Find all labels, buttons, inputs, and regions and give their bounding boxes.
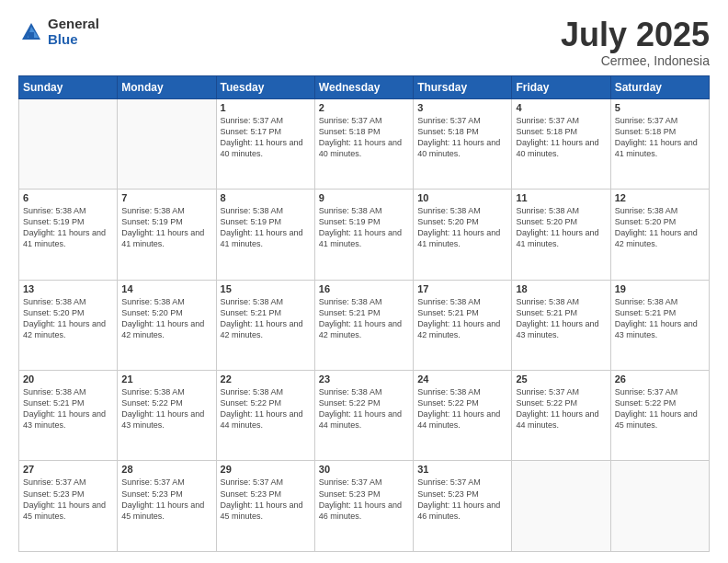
calendar-cell: 25Sunrise: 5:37 AMSunset: 5:22 PMDayligh… <box>512 371 610 461</box>
day-number: 22 <box>221 373 311 385</box>
title-block: July 2025 Cermee, Indonesia <box>561 17 710 68</box>
day-detail: Sunrise: 5:37 AMSunset: 5:18 PMDaylight:… <box>319 115 409 160</box>
day-detail: Sunrise: 5:37 AMSunset: 5:18 PMDaylight:… <box>615 115 705 160</box>
calendar-cell: 17Sunrise: 5:38 AMSunset: 5:21 PMDayligh… <box>414 280 512 370</box>
day-detail: Sunrise: 5:38 AMSunset: 5:22 PMDaylight:… <box>221 386 311 431</box>
calendar-cell: 6Sunrise: 5:38 AMSunset: 5:19 PMDaylight… <box>19 190 118 280</box>
day-number: 6 <box>23 192 113 203</box>
calendar-cell: 16Sunrise: 5:38 AMSunset: 5:21 PMDayligh… <box>314 280 413 370</box>
calendar-cell: 29Sunrise: 5:37 AMSunset: 5:23 PMDayligh… <box>216 461 314 552</box>
day-detail: Sunrise: 5:37 AMSunset: 5:22 PMDaylight:… <box>516 386 606 431</box>
day-detail: Sunrise: 5:38 AMSunset: 5:20 PMDaylight:… <box>121 296 211 341</box>
logo-icon <box>18 19 44 45</box>
day-number: 15 <box>221 283 311 294</box>
logo-blue: Blue <box>48 32 99 48</box>
day-detail: Sunrise: 5:38 AMSunset: 5:21 PMDaylight:… <box>319 296 409 341</box>
calendar-cell: 18Sunrise: 5:38 AMSunset: 5:21 PMDayligh… <box>512 280 610 370</box>
calendar-cell: 26Sunrise: 5:37 AMSunset: 5:22 PMDayligh… <box>610 371 709 461</box>
day-detail: Sunrise: 5:38 AMSunset: 5:21 PMDaylight:… <box>221 296 311 341</box>
day-number: 9 <box>319 192 409 203</box>
calendar-week-row: 6Sunrise: 5:38 AMSunset: 5:19 PMDaylight… <box>19 190 710 280</box>
day-detail: Sunrise: 5:37 AMSunset: 5:23 PMDaylight:… <box>319 477 409 522</box>
calendar-cell <box>610 461 709 552</box>
calendar-cell: 27Sunrise: 5:37 AMSunset: 5:23 PMDayligh… <box>19 461 118 552</box>
calendar-week-row: 20Sunrise: 5:38 AMSunset: 5:21 PMDayligh… <box>19 371 710 461</box>
calendar-week-row: 13Sunrise: 5:38 AMSunset: 5:20 PMDayligh… <box>19 280 710 370</box>
calendar-cell: 3Sunrise: 5:37 AMSunset: 5:18 PMDaylight… <box>414 98 512 189</box>
day-number: 4 <box>516 102 606 113</box>
day-detail: Sunrise: 5:38 AMSunset: 5:22 PMDaylight:… <box>319 386 409 431</box>
calendar-cell: 20Sunrise: 5:38 AMSunset: 5:21 PMDayligh… <box>19 371 118 461</box>
day-detail: Sunrise: 5:38 AMSunset: 5:20 PMDaylight:… <box>516 205 606 250</box>
calendar-cell: 1Sunrise: 5:37 AMSunset: 5:17 PMDaylight… <box>216 98 314 189</box>
day-detail: Sunrise: 5:37 AMSunset: 5:18 PMDaylight:… <box>516 115 606 160</box>
day-number: 23 <box>319 373 409 385</box>
day-number: 10 <box>417 192 507 203</box>
day-number: 11 <box>516 192 606 203</box>
day-detail: Sunrise: 5:38 AMSunset: 5:22 PMDaylight:… <box>121 386 211 431</box>
logo: General Blue <box>18 17 99 47</box>
day-number: 5 <box>615 102 705 113</box>
day-detail: Sunrise: 5:37 AMSunset: 5:18 PMDaylight:… <box>417 115 507 160</box>
calendar-table: SundayMondayTuesdayWednesdayThursdayFrid… <box>18 75 710 552</box>
weekday-header: Wednesday <box>314 75 413 98</box>
calendar-header-row: SundayMondayTuesdayWednesdayThursdayFrid… <box>19 75 710 98</box>
calendar-cell: 14Sunrise: 5:38 AMSunset: 5:20 PMDayligh… <box>118 280 216 370</box>
weekday-header: Thursday <box>414 75 512 98</box>
logo-general: General <box>48 17 99 32</box>
calendar-cell: 21Sunrise: 5:38 AMSunset: 5:22 PMDayligh… <box>118 371 216 461</box>
day-number: 17 <box>417 283 507 294</box>
calendar-cell: 8Sunrise: 5:38 AMSunset: 5:19 PMDaylight… <box>216 190 314 280</box>
month-title: July 2025 <box>561 17 710 53</box>
day-detail: Sunrise: 5:38 AMSunset: 5:20 PMDaylight:… <box>417 205 507 250</box>
day-detail: Sunrise: 5:38 AMSunset: 5:21 PMDaylight:… <box>516 296 606 341</box>
weekday-header: Sunday <box>19 75 118 98</box>
calendar-cell: 23Sunrise: 5:38 AMSunset: 5:22 PMDayligh… <box>314 371 413 461</box>
day-detail: Sunrise: 5:38 AMSunset: 5:22 PMDaylight:… <box>417 386 507 431</box>
calendar-cell: 31Sunrise: 5:37 AMSunset: 5:23 PMDayligh… <box>414 461 512 552</box>
calendar-cell: 22Sunrise: 5:38 AMSunset: 5:22 PMDayligh… <box>216 371 314 461</box>
day-number: 18 <box>516 283 606 294</box>
day-number: 27 <box>23 464 113 475</box>
day-number: 13 <box>23 283 113 294</box>
logo-text: General Blue <box>48 17 99 47</box>
day-number: 16 <box>319 283 409 294</box>
calendar-cell: 10Sunrise: 5:38 AMSunset: 5:20 PMDayligh… <box>414 190 512 280</box>
weekday-header: Saturday <box>610 75 709 98</box>
day-detail: Sunrise: 5:38 AMSunset: 5:19 PMDaylight:… <box>319 205 409 250</box>
weekday-header: Monday <box>118 75 216 98</box>
weekday-header: Tuesday <box>216 75 314 98</box>
day-number: 8 <box>221 192 311 203</box>
day-number: 29 <box>221 464 311 475</box>
day-detail: Sunrise: 5:37 AMSunset: 5:23 PMDaylight:… <box>121 477 211 522</box>
day-detail: Sunrise: 5:38 AMSunset: 5:21 PMDaylight:… <box>615 296 705 341</box>
day-detail: Sunrise: 5:38 AMSunset: 5:19 PMDaylight:… <box>121 205 211 250</box>
day-detail: Sunrise: 5:37 AMSunset: 5:23 PMDaylight:… <box>417 477 507 522</box>
subtitle: Cermee, Indonesia <box>561 53 710 68</box>
calendar-week-row: 27Sunrise: 5:37 AMSunset: 5:23 PMDayligh… <box>19 461 710 552</box>
calendar-cell <box>118 98 216 189</box>
weekday-header: Friday <box>512 75 610 98</box>
day-number: 25 <box>516 373 606 385</box>
calendar-cell <box>19 98 118 189</box>
calendar-cell: 9Sunrise: 5:38 AMSunset: 5:19 PMDaylight… <box>314 190 413 280</box>
day-detail: Sunrise: 5:38 AMSunset: 5:21 PMDaylight:… <box>23 386 113 431</box>
day-detail: Sunrise: 5:37 AMSunset: 5:23 PMDaylight:… <box>221 477 311 522</box>
calendar-cell: 28Sunrise: 5:37 AMSunset: 5:23 PMDayligh… <box>118 461 216 552</box>
day-number: 19 <box>615 283 705 294</box>
day-number: 28 <box>121 464 211 475</box>
calendar-cell <box>512 461 610 552</box>
day-number: 12 <box>615 192 705 203</box>
day-detail: Sunrise: 5:38 AMSunset: 5:19 PMDaylight:… <box>221 205 311 250</box>
day-number: 14 <box>121 283 211 294</box>
day-number: 7 <box>121 192 211 203</box>
calendar-cell: 4Sunrise: 5:37 AMSunset: 5:18 PMDaylight… <box>512 98 610 189</box>
calendar-cell: 12Sunrise: 5:38 AMSunset: 5:20 PMDayligh… <box>610 190 709 280</box>
calendar-week-row: 1Sunrise: 5:37 AMSunset: 5:17 PMDaylight… <box>19 98 710 189</box>
day-detail: Sunrise: 5:38 AMSunset: 5:20 PMDaylight:… <box>615 205 705 250</box>
calendar-cell: 30Sunrise: 5:37 AMSunset: 5:23 PMDayligh… <box>314 461 413 552</box>
svg-rect-2 <box>28 32 34 40</box>
day-detail: Sunrise: 5:38 AMSunset: 5:19 PMDaylight:… <box>23 205 113 250</box>
calendar-cell: 7Sunrise: 5:38 AMSunset: 5:19 PMDaylight… <box>118 190 216 280</box>
day-number: 1 <box>221 102 311 113</box>
